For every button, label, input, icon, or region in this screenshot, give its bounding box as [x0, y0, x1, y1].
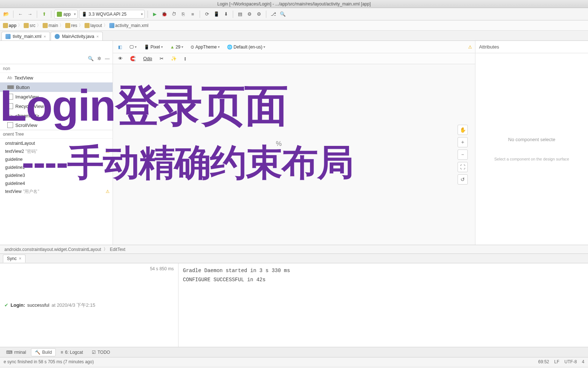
status-message: e sync finished in 58 s 705 ms (7 minute…: [4, 359, 94, 364]
attach-icon[interactable]: ⎘: [179, 10, 187, 18]
sdk-icon[interactable]: ⬇: [222, 10, 230, 18]
palette-item-fragment[interactable]: <><fragment>: [0, 111, 113, 120]
magnet-icon[interactable]: 🧲: [128, 55, 138, 62]
pan-icon[interactable]: ✋: [458, 125, 468, 135]
clear-constraints-icon[interactable]: ✂: [157, 55, 166, 62]
orientation-icon[interactable]: 🖵▾: [127, 44, 139, 50]
tree-item-constraintlayout[interactable]: onstraintLayout: [0, 139, 113, 147]
item-label: ScrollView: [15, 123, 37, 128]
open-icon[interactable]: 📂: [2, 10, 10, 18]
git-icon[interactable]: ⎇: [269, 10, 277, 18]
cursor-position[interactable]: 69:52: [538, 359, 549, 364]
tree-item-guideline3[interactable]: guideline3: [0, 171, 113, 179]
warning-icon[interactable]: ⚠: [468, 44, 472, 50]
search-icon[interactable]: 🔍: [88, 56, 94, 61]
forward-icon[interactable]: →: [26, 10, 34, 18]
close-icon[interactable]: ×: [44, 34, 46, 39]
sync-icon[interactable]: ⟳: [203, 10, 211, 18]
component-tree: onstraintLayout textView2"密码"⚠ guideline…: [0, 139, 113, 196]
tab-activity-main[interactable]: tivity_main.xml ×: [1, 32, 50, 40]
structure-icon[interactable]: ▤: [236, 10, 244, 18]
chevron-right-icon: 〉: [79, 22, 83, 28]
zoom-fit-icon[interactable]: ⛶: [458, 162, 468, 172]
run-icon[interactable]: ▶: [151, 10, 159, 18]
api-selector[interactable]: ▲29▾: [168, 44, 185, 50]
crumb-app[interactable]: app: [3, 23, 16, 28]
locale-selector[interactable]: 🌐Default (en-us)▾: [225, 44, 267, 50]
tree-extra: "用户名": [23, 189, 39, 195]
crumb-src[interactable]: src: [24, 23, 35, 28]
encoding[interactable]: UTF-8: [564, 359, 577, 364]
sync-console[interactable]: Gradle Daemon started in 3 s 330 ms CONF…: [179, 263, 588, 347]
crumb-layout[interactable]: layout: [85, 23, 102, 28]
close-icon[interactable]: ×: [19, 256, 21, 261]
make-icon[interactable]: ⬆: [40, 10, 48, 18]
warning-icon: ⚠: [106, 189, 110, 194]
view-options-icon[interactable]: 👁: [116, 55, 125, 62]
run-config-selector[interactable]: app: [54, 10, 78, 19]
guidelines-icon[interactable]: ⫿: [182, 55, 189, 62]
tab-mainactivity[interactable]: MainActivity.java ×: [51, 32, 103, 40]
crumb-main[interactable]: main: [43, 23, 58, 28]
tab-terminal[interactable]: ⌨rminal: [2, 348, 30, 356]
line-ending[interactable]: LF: [554, 359, 559, 364]
tool1-icon[interactable]: ⚙: [246, 10, 254, 18]
palette-item-imageview[interactable]: ImageView: [0, 92, 113, 101]
zoom-out-icon[interactable]: －: [458, 150, 468, 160]
crumb-constraintlayout[interactable]: androidx.constraintlayout.widget.Constra…: [4, 247, 101, 252]
search-icon[interactable]: 🔍: [279, 10, 287, 18]
tab-label: rminal: [14, 350, 26, 355]
tool2-icon[interactable]: ⚙: [255, 10, 263, 18]
device-selector[interactable]: 📱Pixel▾: [142, 44, 165, 50]
crumb-label: app: [9, 23, 16, 28]
editor-area: 🔍 ✲ — non AbTextView Button ImageView Re…: [0, 41, 588, 245]
infer-constraints-icon[interactable]: ✨: [169, 55, 179, 62]
window-title: Login [~/Workspaces/Login] - .../app/src…: [217, 1, 371, 7]
design-canvas[interactable]: % ✋ ＋ － ⛶ ↺: [113, 64, 475, 245]
tree-item-textview[interactable]: textView"用户名"⚠: [0, 187, 113, 195]
tab-build[interactable]: 🔨Build: [31, 348, 56, 356]
theme-selector[interactable]: ⊙AppTheme▾: [188, 44, 222, 50]
palette-item-textview[interactable]: AbTextView: [0, 73, 113, 82]
collapse-icon[interactable]: —: [105, 56, 110, 61]
stop-icon[interactable]: ■: [189, 10, 197, 18]
tree-label: guideline: [5, 157, 23, 162]
debug-icon[interactable]: 🐞: [160, 10, 168, 18]
crumb-label: layout: [90, 23, 102, 28]
gear-icon[interactable]: ✲: [97, 56, 101, 61]
bottom-toolwindow-tabs: ⌨rminal 🔨Build ≡6: Logcat ☑TODO: [0, 347, 588, 357]
zoom-in-icon[interactable]: ＋: [458, 137, 468, 147]
avd-icon[interactable]: 📱: [212, 10, 220, 18]
tree-item-guideline[interactable]: guideline: [0, 155, 113, 163]
palette-item-button[interactable]: Button: [0, 82, 113, 92]
device-selector[interactable]: 📱 3.3 WQVGA API 25: [79, 10, 145, 19]
tab-sync[interactable]: Sync ×: [3, 255, 26, 263]
tree-item-guideline2[interactable]: guideline2: [0, 163, 113, 171]
tab-logcat[interactable]: ≡6: Logcat: [56, 348, 87, 356]
indent[interactable]: 4: [582, 359, 584, 364]
surface-mode-icon[interactable]: ◧: [116, 44, 124, 50]
run-config-label: app: [63, 12, 71, 17]
android-icon: ▲: [170, 44, 175, 50]
palette-item-recyclerview[interactable]: RecyclerView: [0, 101, 113, 111]
tree-item-guideline4[interactable]: guideline4: [0, 179, 113, 187]
crumb-res[interactable]: res: [65, 23, 77, 28]
folder-icon: [43, 23, 48, 28]
back-icon[interactable]: ←: [16, 10, 24, 18]
crumb-label: src: [30, 23, 35, 28]
folder-icon: [3, 23, 8, 28]
tab-todo[interactable]: ☑TODO: [88, 348, 114, 356]
tree-item-textview2[interactable]: textView2"密码"⚠: [0, 147, 113, 155]
check-icon: ✔: [4, 302, 8, 308]
crumb-file[interactable]: activity_main.xml: [109, 23, 148, 28]
reset-icon[interactable]: ↺: [458, 174, 468, 185]
palette-category[interactable]: non: [0, 64, 113, 73]
crumb-edittext[interactable]: EditText: [110, 247, 126, 252]
tree-label: guideline2: [5, 165, 25, 170]
canvas-controls: ✋ ＋ － ⛶ ↺: [458, 125, 468, 185]
palette-item-scrollview[interactable]: ScrollView: [0, 120, 113, 130]
default-margins[interactable]: Odp: [141, 55, 154, 62]
close-icon[interactable]: ×: [97, 34, 99, 39]
item-label: TextView: [14, 75, 33, 81]
profile-icon[interactable]: ⏱: [170, 10, 178, 18]
